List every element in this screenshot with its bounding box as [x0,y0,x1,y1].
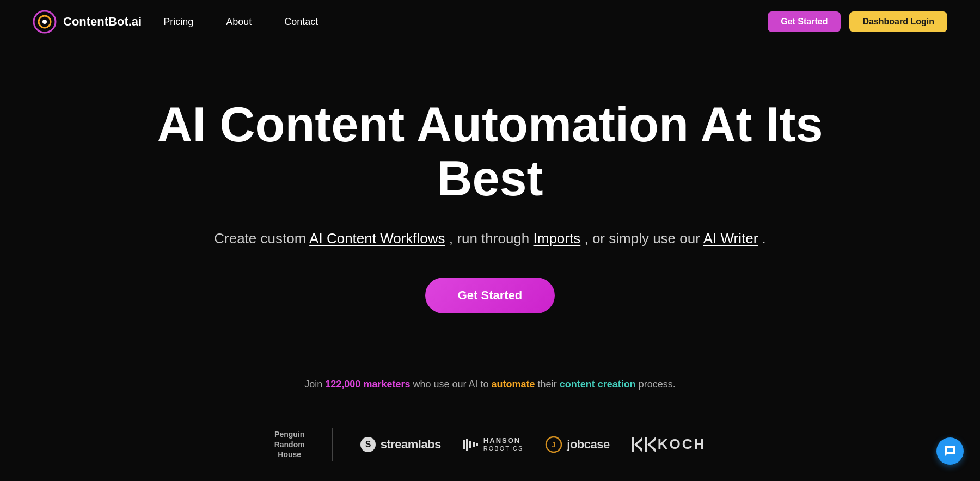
svg-marker-15 [647,437,656,452]
svg-text:J: J [552,441,556,449]
svg-rect-8 [473,442,475,447]
social-proof-text-mid2: their [538,379,560,390]
svg-rect-12 [632,437,634,452]
streamlabs-icon: S [360,436,376,453]
hero-subtitle-start: Create custom [214,230,306,246]
hero-get-started-button[interactable]: Get Started [425,278,555,313]
koch-text: KOCH [658,436,706,453]
hero-link-imports[interactable]: Imports [534,230,581,246]
nav-pricing[interactable]: Pricing [163,16,193,28]
nav-about[interactable]: About [226,16,252,28]
svg-marker-13 [634,437,642,452]
svg-text:S: S [365,440,371,449]
logos-section: PenguinRandomHouse S streamlabs HANSON R… [0,412,980,481]
header-left: ContentBot.ai Pricing About Contact [33,10,318,34]
hero-subtitle-end: . [762,230,766,246]
nav-contact[interactable]: Contact [284,16,318,28]
social-proof-text-end: process. [639,379,676,390]
hero-section: AI Content Automation At Its Best Create… [0,44,980,346]
logo-area: ContentBot.ai [33,10,142,34]
main-nav: Pricing About Contact [163,16,318,28]
header-dashboard-login-button[interactable]: Dashboard Login [849,11,947,32]
social-proof-automate: automate [492,379,535,390]
svg-rect-9 [476,443,478,446]
hero-subtitle: Create custom AI Content Workflows , run… [109,227,871,250]
logo-streamlabs: S streamlabs [360,436,441,453]
header: ContentBot.ai Pricing About Contact Get … [0,0,980,44]
jobcase-icon: J [545,436,562,453]
hero-subtitle-mid1: , run through [449,230,529,246]
logo-penguin: PenguinRandomHouse [274,429,305,459]
logo-divider [332,428,333,461]
jobcase-text: jobcase [567,437,609,452]
social-proof-section: Join 122,000 marketers who use our AI to… [0,346,980,412]
social-proof-text-start: Join [304,379,322,390]
hero-link-workflows[interactable]: AI Content Workflows [309,230,445,246]
hero-subtitle-mid2: , or simply use our [584,230,700,246]
streamlabs-text: streamlabs [381,437,441,452]
svg-rect-7 [469,441,471,448]
svg-rect-6 [466,439,468,451]
hanson-icon [463,439,479,451]
social-proof-content: content creation [560,379,636,390]
koch-icon-2 [645,437,656,452]
hero-title: AI Content Automation At Its Best [109,98,871,206]
svg-rect-14 [645,437,647,452]
logo-text: ContentBot.ai [63,15,142,29]
hero-link-writer[interactable]: AI Writer [703,230,758,246]
svg-rect-5 [463,440,465,449]
logo-hanson: HANSON ROBOTICS [463,436,523,452]
header-right: Get Started Dashboard Login [768,11,947,32]
social-proof-number: 122,000 marketers [325,379,410,390]
svg-point-2 [42,20,47,24]
koch-icon [632,437,642,452]
logo-koch: KOCH [632,436,706,453]
chat-icon [944,445,957,458]
penguin-text: PenguinRandomHouse [274,429,305,459]
social-proof-text-mid: who use our AI to [413,379,491,390]
logo-jobcase: J jobcase [545,436,609,453]
hanson-text: HANSON ROBOTICS [483,436,523,452]
header-get-started-button[interactable]: Get Started [768,11,841,32]
contentbot-logo-icon [33,10,57,34]
chat-bubble-button[interactable] [936,437,964,465]
